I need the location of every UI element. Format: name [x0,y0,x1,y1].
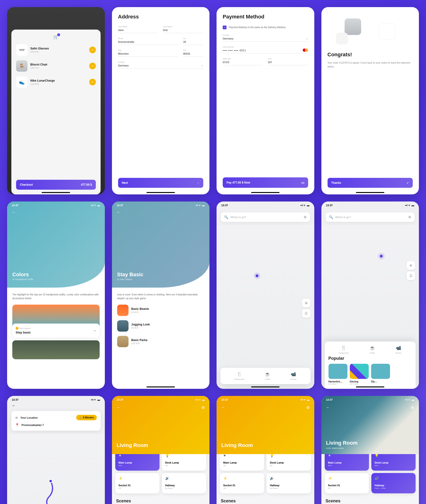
device-socket[interactable]: ⚡Socket #1Off [325,473,369,493]
product-price: 119.99 $ [30,83,86,85]
pay-button[interactable]: Pay 477.00 $ Now ▭ [223,177,308,188]
back-button[interactable]: ← [326,405,330,410]
category-movies[interactable]: 📹Movies [396,345,401,354]
product-row[interactable]: Jogging Look94.00 $ [117,320,205,332]
device-hallway[interactable]: 🔊HallwayNo Music [162,473,206,493]
back-button[interactable]: ← [12,404,16,407]
home-indicator [251,386,279,387]
article-card[interactable]: Julia Clapton Stay basic → [12,323,100,337]
first-name-field[interactable]: First NameJane [118,26,158,33]
settings-button[interactable]: ⚙ [201,405,205,410]
back-button[interactable]: ← [117,210,121,214]
search-input[interactable]: Where to go? [231,216,301,218]
search-bar[interactable]: 🔍 Where to go? ⚙ [221,212,310,222]
layers-button[interactable]: ☰ [302,309,311,318]
device-socket[interactable]: ⚡Socket #1Off [115,473,160,493]
product-thumb [117,320,128,332]
category-restaurants[interactable]: 🍴Restaurants [339,345,349,354]
street-field[interactable]: StreetSonnenstraße [118,37,178,45]
back-button[interactable]: ← [117,405,121,410]
bike-badge[interactable]: 🚲8 Minutes [76,415,97,420]
bulb-icon: ☀ [119,454,156,457]
device-hallway[interactable]: 🔊HallwayPerth – KINK [371,473,416,493]
bulb-icon: ☀ [328,454,366,457]
same-address-checkbox[interactable]: ✓ Payment Address is the same as the Del… [223,26,308,29]
cart-item: 🪑 Bhurst Chair198.71 $ − [16,60,96,72]
city-field[interactable]: CityMünchen [118,49,178,57]
filter-icon[interactable]: ⚙ [304,215,307,219]
status-time: 13:37 [326,204,333,207]
category-card: 🍴Restaurants ☕Coffee 📹Movies [220,368,311,384]
thanks-button[interactable]: Thanks ✓ [327,178,413,188]
cart-screen: 🛒3 👓 Satin Glasses159.30 $ − 🪑 Bhurst Ch… [7,7,105,194]
status-time: 13:37 [326,398,333,401]
layers-button[interactable]: ☰ [407,272,415,280]
popular-item[interactable]: Oly… [371,364,390,385]
remove-button[interactable]: − [89,47,96,53]
your-location[interactable]: Your Location [20,416,74,419]
valid-until-field[interactable]: Valid until07/23 [223,58,263,65]
zip-field[interactable]: ZIP80331 [183,49,203,57]
settings-button[interactable]: ⚙ [306,405,310,410]
search-icon: 🔍 [224,215,228,219]
search-bar[interactable]: 🔍 Where to go? ⚙ [326,212,415,222]
avatar [16,327,18,330]
back-button[interactable]: ← [221,405,225,410]
settings-button[interactable]: ⚙ [411,405,414,410]
popular-card: 🍴Restaurants ☕Coffee 📹Movies Popular Hac… [325,342,416,389]
page-title: Address [118,14,204,20]
speaker-icon: 🔊 [375,476,412,480]
movie-icon: 📹 [396,345,401,350]
status-icons: ••l ᯤ ▬ [405,398,414,401]
route-screen: 13:37••l ᯤ ▬ ← ⊕ Your Location 🚲8 Minute… [7,396,105,504]
product-row[interactable]: Basic Parka119.30 $ [117,336,205,347]
author-name: Julia Clapton [19,327,30,329]
colors-article-screen: 13:37••l ᯤ ▬ ← Colors 15 Handpicked Outf… [7,202,105,389]
cvc-field[interactable]: CVC187 [268,58,308,65]
search-input[interactable]: Where to go? [335,216,406,218]
popular-item[interactable]: Giesing127 Likes [350,364,369,385]
street-no-field[interactable]: No.20 [183,37,203,45]
product-row[interactable]: Basic Beanie25.00 $ [117,305,205,316]
device-hallway[interactable]: 🔊HallwayNo Music [266,473,311,493]
last-name-field[interactable]: Last NameDoe [163,26,203,33]
country-field[interactable]: CountryGermany⌄ [118,61,204,69]
category-restaurants[interactable]: 🍴Restaurants [234,371,244,380]
checkout-button[interactable]: Checkout 477.00 $ [16,180,96,190]
product-thumb [117,336,128,347]
category-movies[interactable]: 📹Movies [290,371,296,380]
room-title: Living Room [221,442,310,448]
lamp-icon: 💡 [375,454,412,457]
status-time: 13:37 [12,204,18,207]
map-view[interactable]: ⊕ ☰ Let's Go ▷ [7,434,105,504]
locate-button[interactable]: ⊕ [302,299,311,307]
status-icons: ••l ᯤ ▬ [195,204,205,207]
bike-icon: 🚲 [79,416,82,419]
remove-button[interactable]: − [89,63,96,69]
filter-icon[interactable]: ⚙ [408,215,411,219]
map-view[interactable]: ⊕ ☰ 🍴Restaurants ☕Coffee 📹Movies [217,225,314,389]
mastercard-icon [303,49,308,52]
country-field[interactable]: CountryGermany⌄ [223,34,308,42]
category-coffee[interactable]: ☕Coffee [369,345,375,354]
basic-article-screen: 13:37••l ᯤ ▬ ← Stay Basic by Julia Clapt… [112,202,210,389]
lamp-icon: 💡 [165,454,203,457]
article-image [12,340,100,359]
destination[interactable]: Promenadeplatz 7 [21,424,97,427]
remove-button[interactable]: − [89,79,96,85]
map-view[interactable]: ⊕ ☰ 🍴Restaurants ☕Coffee 📹Movies Popular… [321,225,419,389]
card-number-field[interactable]: Card Number•••• •••• •••• 4321 [223,46,308,53]
checkout-total: 477.00 $ [81,183,92,186]
thanks-label: Thanks [331,181,341,184]
popular-item[interactable]: Hackerbrü…231 Likes [328,364,348,385]
device-socket[interactable]: ⚡Socket #1Off [220,473,264,493]
category-coffee[interactable]: ☕Coffee [265,371,270,380]
article-text: The highlight for this day are 15 handpi… [12,293,100,300]
next-label: Next [122,181,128,184]
location-dot [380,255,383,258]
back-button[interactable]: ← [12,210,16,214]
congrats-screen: Congrats! Your order #1237873 is payed. … [321,7,419,194]
locate-button[interactable]: ⊕ [407,261,415,270]
status-icons: ••l ᯤ ▬ [300,204,310,207]
next-button[interactable]: Next → [118,178,204,188]
